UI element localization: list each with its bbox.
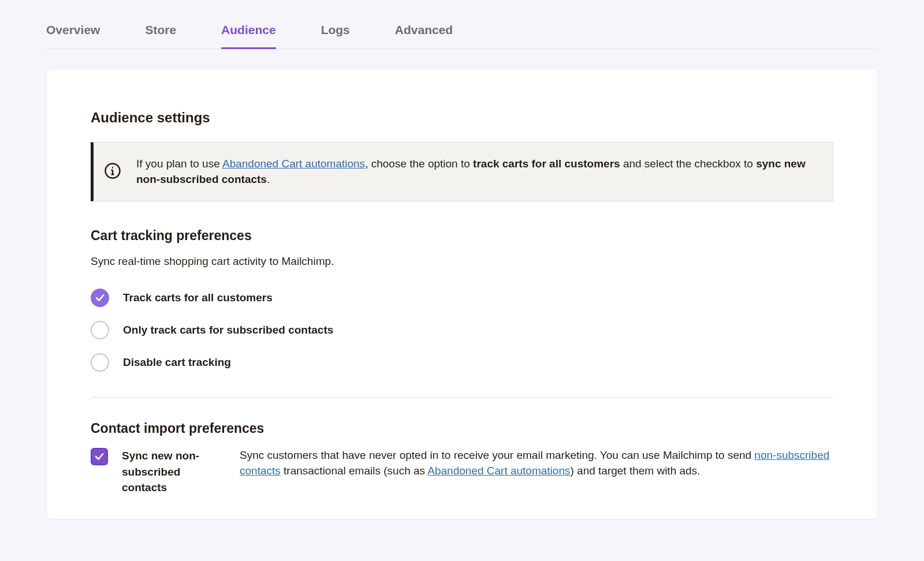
radio-label: Only track carts for subscribed contacts — [123, 324, 333, 336]
radio-track-subscribed[interactable]: Only track carts for subscribed contacts — [91, 321, 833, 339]
info-text-mid1: , choose the option to — [365, 158, 473, 170]
page-title: Audience settings — [91, 110, 833, 126]
radio-track-all[interactable]: Track carts for all customers — [91, 289, 833, 307]
contact-import-title: Contact import preferences — [91, 421, 833, 436]
info-text-suffix: . — [267, 173, 270, 185]
tab-logs[interactable]: Logs — [321, 23, 350, 48]
info-text-bold1: track carts for all customers — [473, 158, 620, 170]
contact-import-desc: Sync customers that have never opted in … — [240, 448, 833, 478]
info-banner: If you plan to use Abandoned Cart automa… — [91, 142, 833, 201]
cart-tracking-title: Cart tracking preferences — [91, 228, 833, 244]
cart-tracking-desc: Sync real-time shopping cart activity to… — [91, 255, 833, 268]
tab-bar: Overview Store Audience Logs Advanced — [46, 0, 878, 49]
cart-tracking-radio-group: Track carts for all customers Only track… — [91, 289, 833, 372]
import-desc-suffix: ) and target them with ads. — [570, 465, 700, 477]
radio-disable-tracking[interactable]: Disable cart tracking — [91, 353, 833, 372]
sync-non-subscribed-label: Sync new non-subscribed contacts — [122, 448, 226, 496]
radio-indicator — [91, 321, 109, 339]
info-text-prefix: If you plan to use — [136, 158, 222, 170]
import-desc-mid: transactional emails (such as — [281, 465, 428, 477]
tab-store[interactable]: Store — [145, 23, 176, 48]
info-text-mid2: and select the checkbox to — [620, 158, 757, 170]
contact-import-row: Sync new non-subscribed contacts Sync cu… — [91, 448, 833, 496]
abandoned-cart-automations-link[interactable]: Abandoned Cart automations — [427, 465, 570, 477]
tab-advanced[interactable]: Advanced — [395, 23, 453, 48]
info-icon — [104, 162, 121, 182]
tab-audience[interactable]: Audience — [221, 23, 276, 48]
info-banner-text: If you plan to use Abandoned Cart automa… — [136, 156, 817, 187]
sync-non-subscribed-checkbox[interactable] — [91, 448, 108, 465]
radio-label: Track carts for all customers — [123, 291, 273, 304]
tab-overview[interactable]: Overview — [46, 23, 100, 48]
abandoned-cart-link[interactable]: Abandoned Cart automations — [222, 158, 365, 170]
settings-card: Audience settings If you plan to use Aba… — [46, 69, 878, 519]
radio-indicator — [91, 353, 109, 372]
svg-point-4 — [112, 167, 114, 169]
divider — [91, 397, 833, 398]
radio-label: Disable cart tracking — [123, 356, 231, 369]
import-desc-prefix: Sync customers that have never opted in … — [240, 449, 754, 461]
radio-indicator-checked — [91, 289, 109, 307]
